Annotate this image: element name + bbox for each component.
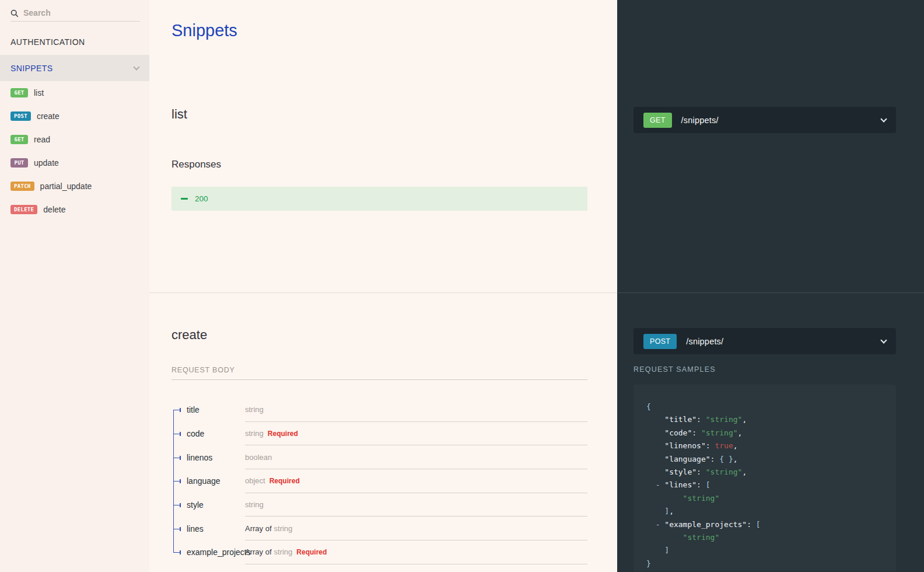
tree-branch-icon (172, 540, 187, 564)
code-line: } (646, 557, 883, 570)
field-type-name: string (245, 429, 264, 438)
field-row-code: codestringRequired (172, 422, 587, 446)
operation-label: partial_update (40, 182, 92, 191)
field-name: example_projects (187, 547, 245, 557)
code-line: ], (646, 505, 883, 518)
sidebar-item-snippets[interactable]: SNIPPETS (0, 55, 149, 81)
field-type-name: string (245, 500, 264, 509)
search-box (10, 7, 140, 22)
field-type-name: object (245, 476, 265, 485)
content-area: Snippets list Responses 200 create REQUE… (149, 0, 617, 572)
method-badge-delete: DELETE (10, 205, 37, 214)
tree-branch-icon (172, 398, 187, 422)
operation-label: update (34, 158, 59, 168)
field-type: Array of stringRequired (245, 540, 587, 564)
field-name: lines (187, 524, 245, 533)
sidebar-group-label: AUTHENTICATION (10, 37, 85, 47)
field-type: boolean (245, 445, 587, 469)
sidebar-item-create[interactable]: POSTcreate (0, 104, 149, 128)
field-type-prefix: Array of (245, 547, 272, 556)
section-create: create REQUEST BODY titlestringcodestrin… (149, 293, 617, 571)
field-row-style: stylestring (172, 493, 587, 517)
sidebar-item-authentication[interactable]: AUTHENTICATION (0, 29, 149, 55)
method-badge-post: POST (10, 111, 31, 121)
tree-branch-icon (172, 445, 187, 469)
sidebar-item-list[interactable]: GETlist (0, 81, 149, 104)
sidebar-group-label: SNIPPETS (10, 64, 52, 73)
tree-branch-icon (172, 493, 187, 517)
chevron-down-icon (880, 116, 887, 122)
sidebar-item-read[interactable]: GETread (0, 128, 149, 151)
field-type-name: boolean (245, 453, 272, 462)
sidebar-item-delete[interactable]: DELETEdelete (0, 198, 149, 221)
operation-label: list (34, 88, 44, 97)
request-body-label: REQUEST BODY (172, 366, 235, 374)
method-badge-get: GET (643, 113, 672, 128)
code-line: - "lines": [ (646, 479, 883, 491)
request-samples-label: REQUEST SAMPLES (634, 365, 716, 374)
samples-section-create: POST /snippets/ REQUEST SAMPLES { "title… (617, 293, 924, 571)
field-name: title (187, 405, 245, 414)
method-badge-post: POST (643, 334, 677, 349)
response-code: 200 (195, 194, 208, 203)
operation-title-list: list (172, 107, 187, 122)
code-line: "language": { }, (646, 453, 883, 466)
field-type: string (245, 493, 587, 517)
method-badge-put: PUT (10, 158, 28, 168)
section-list: Snippets list Responses 200 (149, 0, 617, 293)
code-line: "style": "string", (646, 466, 883, 479)
endpoint-bar-get[interactable]: GET /snippets/ (634, 107, 896, 133)
code-line: "title": "string", (646, 413, 883, 426)
sidebar-item-partial_update[interactable]: PATCHpartial_update (0, 175, 149, 198)
method-badge-get: GET (10, 135, 28, 144)
endpoint-path: /snippets/ (681, 116, 719, 125)
field-name: style (187, 500, 245, 510)
required-badge: Required (296, 548, 327, 556)
field-type-prefix: Array of (245, 524, 272, 533)
field-type: objectRequired (245, 469, 587, 493)
field-row-linenos: linenosboolean (172, 445, 587, 469)
field-type: Array of string (245, 517, 587, 540)
field-row-lines: linesArray of string (172, 517, 587, 540)
code-line: "string" (646, 531, 883, 544)
field-name: linenos (187, 453, 245, 462)
field-name: language (187, 476, 245, 486)
operation-title-create: create (172, 327, 207, 343)
field-row-example_projects: example_projectsArray of stringRequired (172, 540, 587, 564)
operation-label: delete (43, 205, 65, 214)
field-type: string (245, 398, 587, 422)
field-row-title: titlestring (172, 398, 587, 422)
field-type: stringRequired (245, 422, 587, 446)
search-input[interactable] (23, 7, 140, 20)
sidebar-item-update[interactable]: PUTupdate (0, 151, 149, 175)
search-row (0, 0, 149, 22)
required-badge: Required (268, 430, 298, 438)
field-name: code (187, 429, 245, 438)
samples-panel: GET /snippets/ POST /snippets/ REQUEST S… (617, 0, 924, 572)
chevron-down-icon (880, 337, 887, 343)
field-row-language: languageobjectRequired (172, 469, 587, 493)
method-badge-patch: PATCH (10, 182, 34, 191)
tree-branch-icon (172, 517, 187, 540)
request-body-header: REQUEST BODY (172, 364, 587, 380)
sidebar-operations-list: GETlistPOSTcreateGETreadPUTupdatePATCHpa… (0, 81, 149, 221)
code-line: "code": "string", (646, 427, 883, 440)
code-line: ] (646, 544, 883, 557)
request-sample-code: { "title": "string", "code": "string", "… (634, 385, 896, 571)
operation-label: create (37, 111, 60, 121)
request-body-fields: titlestringcodestringRequiredlinenosbool… (172, 398, 587, 564)
responses-heading: Responses (172, 159, 221, 170)
response-row-200[interactable]: 200 (172, 187, 587, 211)
chevron-down-icon (133, 64, 139, 70)
page-title: Snippets (172, 21, 237, 40)
code-line: - "example_projects": [ (646, 518, 883, 531)
field-type-name: string (245, 405, 264, 414)
field-type-name: string (274, 547, 293, 556)
tree-branch-icon (172, 422, 187, 446)
required-badge: Required (270, 477, 300, 485)
code-line: { (646, 400, 883, 413)
endpoint-path: /snippets/ (686, 337, 723, 346)
collapse-minus-icon (181, 198, 188, 200)
samples-section-list: GET /snippets/ (617, 0, 924, 293)
endpoint-bar-post[interactable]: POST /snippets/ (634, 328, 896, 354)
